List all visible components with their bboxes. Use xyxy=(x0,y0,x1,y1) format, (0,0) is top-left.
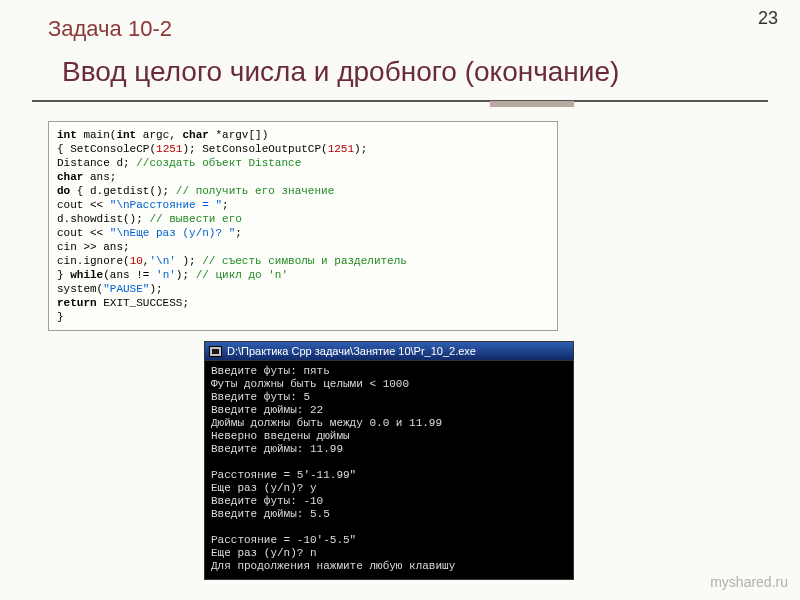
code-text: ); SetConsoleOutputCP( xyxy=(182,143,327,155)
code-text: cout << xyxy=(57,199,110,211)
console-title-text: D:\Практика Cpp задачи\Занятие 10\Pr_10_… xyxy=(227,345,476,357)
code-text: ; xyxy=(222,199,229,211)
console-titlebar: D:\Практика Cpp задачи\Занятие 10\Pr_10_… xyxy=(204,341,574,360)
code-text: } xyxy=(57,269,70,281)
code-kw: return xyxy=(57,297,97,309)
watermark: myshared.ru xyxy=(710,574,788,590)
code-num: 10 xyxy=(130,255,143,267)
code-text: system( xyxy=(57,283,103,295)
code-comment: //создать объект Distance xyxy=(136,157,301,169)
code-block: int main(int argc, char *argv[]) { SetCo… xyxy=(48,121,558,331)
code-text: (ans != xyxy=(103,269,156,281)
code-text: cin.ignore( xyxy=(57,255,130,267)
code-comment: // получить его значение xyxy=(176,185,334,197)
code-text: ); xyxy=(354,143,367,155)
code-text: *argv[]) xyxy=(209,129,268,141)
code-comment: // цикл до 'n' xyxy=(196,269,288,281)
code-text: ); xyxy=(149,283,162,295)
code-str: "\nЕще раз (y/n)? " xyxy=(110,227,235,239)
code-str: '\n' xyxy=(149,255,175,267)
code-kw: while xyxy=(70,269,103,281)
slide-title: Ввод целого числа и дробного (окончание) xyxy=(0,0,800,96)
code-kw: char xyxy=(57,171,83,183)
code-str: "\nРасстояние = " xyxy=(110,199,222,211)
code-str: 'n' xyxy=(156,269,176,281)
code-comment: // вывести его xyxy=(149,213,241,225)
code-text: d.showdist(); xyxy=(57,213,149,225)
console-output: Введите футы: пять Футы должны быть целы… xyxy=(204,360,574,580)
code-text: Distance d; xyxy=(57,157,136,169)
problem-label: Задача 10-2 xyxy=(48,16,172,42)
code-kw: int xyxy=(57,129,77,141)
code-text: { SetConsoleCP( xyxy=(57,143,156,155)
page-number: 23 xyxy=(758,8,778,29)
code-num: 1251 xyxy=(328,143,354,155)
code-text: ); xyxy=(176,255,196,267)
code-text: cin >> ans; xyxy=(57,241,130,253)
code-text: } xyxy=(57,311,64,323)
code-str: "PAUSE" xyxy=(103,283,149,295)
code-text: main( xyxy=(77,129,117,141)
code-comment: // съесть символы и разделитель xyxy=(196,255,407,267)
code-text: ans; xyxy=(83,171,116,183)
code-kw: int xyxy=(116,129,136,141)
code-text: ; xyxy=(235,227,242,239)
code-text: EXIT_SUCCESS; xyxy=(97,297,189,309)
code-text: cout << xyxy=(57,227,110,239)
code-text: argc, xyxy=(136,129,182,141)
code-kw: do xyxy=(57,185,70,197)
code-num: 1251 xyxy=(156,143,182,155)
title-divider xyxy=(0,100,800,107)
code-kw: char xyxy=(182,129,208,141)
code-text: ); xyxy=(176,269,196,281)
code-text: { d.getdist(); xyxy=(70,185,176,197)
console-icon xyxy=(209,346,222,357)
console-window: D:\Практика Cpp задачи\Занятие 10\Pr_10_… xyxy=(204,341,574,580)
